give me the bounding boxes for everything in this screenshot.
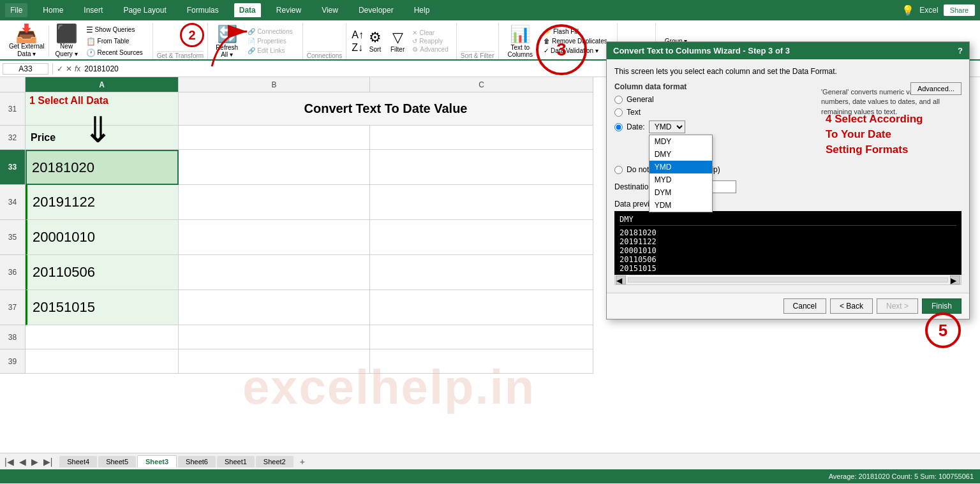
add-sheet-btn[interactable]: +: [295, 455, 310, 469]
remove-duplicates-btn[interactable]: 🗑Remove Duplicates: [542, 37, 609, 45]
menu-formulas[interactable]: Formulas: [182, 3, 224, 17]
sheet-tabs: |◀ ◀ ▶ ▶| Sheet4 Sheet5 Sheet3 Sheet6 Sh…: [0, 453, 980, 469]
menu-file[interactable]: File: [5, 3, 27, 17]
edit-links-btn[interactable]: 🔗Edit Links: [246, 47, 295, 55]
flash-fill-btn[interactable]: ⚡Flash Fill: [542, 27, 609, 36]
clear-btn[interactable]: ✕Clear: [412, 29, 448, 36]
sheet-nav-last[interactable]: ▶|: [41, 457, 55, 467]
sort-az-btn[interactable]: A↑: [352, 29, 364, 41]
from-table-btn[interactable]: 📋 From Table: [84, 36, 145, 47]
date-format-select[interactable]: MDY DMY YMD MYD DYM YDM: [649, 121, 685, 133]
menu-developer[interactable]: Developer: [353, 3, 399, 17]
cell-a38[interactable]: [26, 325, 179, 349]
menu-data[interactable]: Data: [234, 3, 261, 17]
sheet-tab-sheet5[interactable]: Sheet5: [98, 456, 136, 467]
radio-date-input[interactable]: [614, 123, 623, 131]
reapply-btn[interactable]: ↺Reapply: [412, 38, 448, 45]
dropdown-dym[interactable]: DYM: [650, 186, 712, 199]
filter-btn[interactable]: ▽ Filter: [387, 23, 408, 59]
preview-row-4: 20110506: [620, 255, 956, 264]
cell-a31[interactable]: [26, 92, 179, 126]
cell-c34[interactable]: [370, 185, 593, 220]
col-header-b[interactable]: B: [179, 77, 370, 92]
preview-row-3: 20001010: [620, 246, 956, 255]
cell-a35[interactable]: 20001010: [26, 220, 179, 255]
scrollbar-track[interactable]: [628, 277, 948, 282]
row-header-36: 36: [0, 255, 26, 290]
cell-a37[interactable]: 20151015: [26, 290, 179, 325]
row-header-34: 34: [0, 185, 26, 220]
sheet-nav-next[interactable]: ▶: [29, 457, 40, 467]
scroll-left-btn[interactable]: ◀: [616, 275, 626, 284]
radio-general-input[interactable]: [614, 96, 623, 104]
menu-insert[interactable]: Insert: [78, 3, 108, 17]
properties-btn[interactable]: 📄Properties: [246, 37, 295, 45]
next-button[interactable]: Next >: [877, 298, 918, 314]
sheet-nav-prev[interactable]: ◀: [17, 457, 28, 467]
dropdown-ydm[interactable]: YDM: [650, 199, 712, 212]
sheet-tab-sheet1[interactable]: Sheet1: [217, 456, 255, 467]
cell-c37[interactable]: [370, 290, 593, 325]
connections-btn[interactable]: 🔗Connections: [246, 27, 295, 36]
advanced-button[interactable]: Advanced...: [910, 82, 961, 95]
sheet-nav-first[interactable]: |◀: [3, 457, 16, 467]
cell-b35[interactable]: [179, 220, 370, 255]
name-box[interactable]: [3, 63, 48, 75]
dialog-right: 'General' converts numeric values to num…: [821, 82, 961, 193]
cell-c38[interactable]: [370, 325, 593, 349]
dropdown-myd[interactable]: MYD: [650, 173, 712, 186]
cell-b37[interactable]: [179, 290, 370, 325]
recent-sources-btn[interactable]: 🕐 Recent Sources: [84, 48, 145, 58]
col-header-c[interactable]: C: [370, 77, 593, 92]
radio-text-input[interactable]: [614, 108, 623, 117]
row-header-31: 31: [0, 92, 26, 126]
menu-view[interactable]: View: [316, 3, 343, 17]
cell-b33[interactable]: [179, 150, 370, 185]
cancel-button[interactable]: Cancel: [783, 298, 826, 314]
sort-za-btn[interactable]: Z↓: [352, 42, 364, 54]
scroll-right-btn[interactable]: ▶: [950, 275, 960, 284]
show-queries-btn[interactable]: ☰ Show Queries: [84, 25, 145, 35]
sheet-tab-sheet2[interactable]: Sheet2: [256, 456, 293, 467]
dialog-help-btn[interactable]: ?: [958, 46, 963, 55]
cell-a34[interactable]: 20191122: [26, 185, 179, 220]
cell-c32[interactable]: [370, 126, 593, 150]
menu-review[interactable]: Review: [271, 3, 306, 17]
convert-text-columns-dialog: Convert Text to Columns Wizard - Step 3 …: [606, 41, 970, 319]
sheet-tab-sheet3[interactable]: Sheet3: [137, 455, 177, 467]
cell-b36[interactable]: [179, 255, 370, 290]
get-external-data-btn[interactable]: 📥 Get ExternalData ▾: [9, 23, 45, 59]
new-query-btn[interactable]: ⬛ NewQuery ▾: [53, 23, 80, 59]
menu-home[interactable]: Home: [38, 3, 68, 17]
text-to-columns-btn[interactable]: 📊 Text toColumns: [504, 23, 537, 59]
sheet-tab-sheet4[interactable]: Sheet4: [59, 456, 97, 467]
refresh-all-btn[interactable]: 🔄 RefreshAll ▾: [213, 23, 241, 59]
cell-c39[interactable]: [370, 349, 593, 374]
menu-page-layout[interactable]: Page Layout: [118, 3, 171, 17]
cell-c36[interactable]: [370, 255, 593, 290]
cell-b32[interactable]: [179, 126, 370, 150]
cell-b39[interactable]: [179, 349, 370, 374]
radio-skip-input[interactable]: [614, 166, 623, 174]
preview-row-5: 20151015: [620, 264, 956, 273]
data-validation-btn[interactable]: ✓Data Validation ▾: [542, 47, 609, 55]
cell-a36[interactable]: 20110506: [26, 255, 179, 290]
cell-c33[interactable]: [370, 150, 593, 185]
share-button[interactable]: Share: [944, 4, 975, 16]
cell-b38[interactable]: [179, 325, 370, 349]
cell-c35[interactable]: [370, 220, 593, 255]
menu-help[interactable]: Help: [409, 3, 435, 17]
sheet-tab-sheet6[interactable]: Sheet6: [178, 456, 216, 467]
cell-a32[interactable]: Price: [26, 126, 179, 150]
cell-b34[interactable]: [179, 185, 370, 220]
advanced-filter-btn[interactable]: ⚙Advanced: [412, 46, 448, 53]
back-button[interactable]: < Back: [830, 298, 873, 314]
col-header-a[interactable]: A: [26, 77, 179, 92]
dropdown-ymd[interactable]: YMD: [650, 161, 712, 173]
cell-a39[interactable]: [26, 349, 179, 374]
dropdown-mdy[interactable]: MDY: [650, 135, 712, 148]
finish-button[interactable]: Finish: [922, 298, 961, 314]
cell-a33[interactable]: 20181020: [26, 150, 179, 185]
sort-btn[interactable]: ⚙ Sort: [365, 23, 385, 59]
dropdown-dmy[interactable]: DMY: [650, 148, 712, 161]
